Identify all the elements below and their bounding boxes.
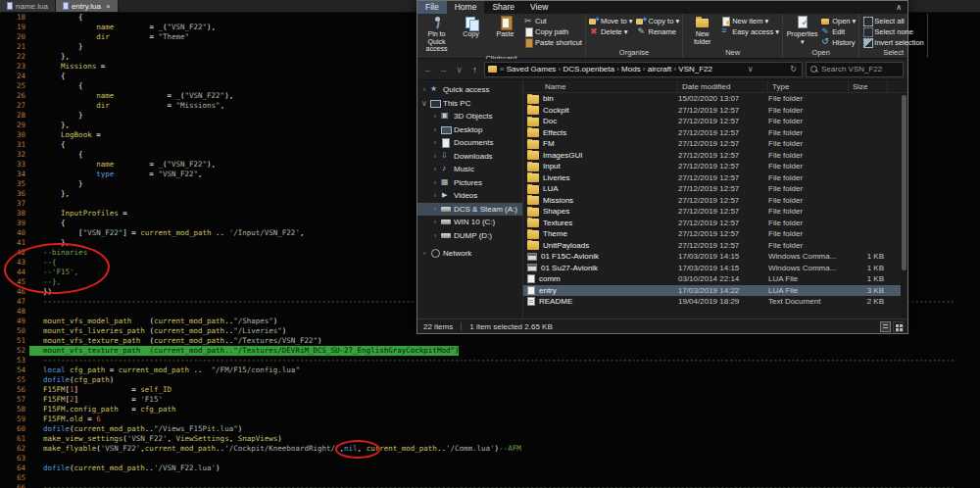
rename-button[interactable]: Rename: [636, 26, 679, 36]
code-line[interactable]: 60dofile(current_mod_path.."/Views_F15Pi…: [0, 424, 980, 434]
expand-chevron-icon[interactable]: ›: [432, 152, 438, 161]
column-header-size[interactable]: Size: [849, 80, 888, 92]
file-row-cockpit[interactable]: Cockpit27/12/2019 12:57File folder: [523, 105, 907, 117]
history-button[interactable]: History: [820, 37, 856, 47]
close-tab-icon[interactable]: ×: [106, 2, 111, 11]
code-line[interactable]: 53--------------------------------------…: [0, 356, 980, 366]
file-row-comm[interactable]: comm03/10/2014 22:14LUA File1 KB: [523, 273, 907, 285]
cut-button[interactable]: Cut: [523, 16, 582, 25]
file-row-bin[interactable]: bin15/02/2020 13:07File folder: [523, 93, 907, 105]
file-row-fm[interactable]: FM27/12/2019 12:57File folder: [523, 138, 907, 150]
search-box[interactable]: Search VSN_F22: [806, 62, 904, 77]
code-line[interactable]: 51mount_vfs_texture_path (current_mod_pa…: [0, 336, 980, 346]
ribbon-tab-file[interactable]: File: [417, 1, 447, 14]
file-row-textures[interactable]: Textures27/12/2019 12:57File folder: [523, 218, 907, 229]
expand-chevron-icon[interactable]: ›: [432, 125, 438, 134]
expand-chevron-icon[interactable]: ›: [432, 138, 438, 147]
expand-chevron-icon[interactable]: ›: [432, 191, 438, 200]
expand-chevron-icon[interactable]: ›: [432, 218, 438, 226]
breadcrumb-dcs-openbeta[interactable]: DCS.openbeta: [563, 65, 613, 73]
vertical-scrollbar[interactable]: [901, 93, 907, 318]
new-item-button[interactable]: New item ▾: [720, 16, 779, 25]
open-button[interactable]: Open ▾: [820, 16, 856, 25]
code-line[interactable]: 61make_view_settings('VSN_F22', ViewSett…: [0, 434, 980, 444]
column-header-type[interactable]: Type: [768, 80, 849, 92]
details-view-icon[interactable]: [880, 321, 891, 332]
editor-tab-name-lua[interactable]: name.lua: [0, 0, 56, 12]
sidebar-item-desktop[interactable]: ›Desktop: [417, 123, 522, 137]
sidebar-item-downloads[interactable]: ›Downloads: [417, 150, 522, 164]
sidebar-item-dcs-steam-a[interactable]: ›DCS & Steam (A:): [417, 203, 522, 217]
paste-shortcut-button[interactable]: Paste shortcut: [523, 37, 582, 47]
expand-chevron-icon[interactable]: ›: [432, 165, 438, 173]
ribbon-collapse-icon[interactable]: ∧: [896, 1, 902, 14]
code-line[interactable]: 58F15FM.config_path = cfg_path: [0, 405, 980, 415]
code-line[interactable]: 63: [0, 454, 980, 464]
file-row-01-su27-avionik[interactable]: 01 Su27-Avionik17/03/2019 14:15Windows C…: [523, 263, 907, 274]
file-row-unitpayloads[interactable]: UnitPayloads27/12/2019 12:57File folder: [523, 240, 907, 252]
forward-button[interactable]: →: [437, 65, 450, 74]
delete-button[interactable]: Delete ▾: [589, 26, 633, 36]
file-row-entry[interactable]: entry17/03/2019 14:22LUA File3 KB: [523, 285, 907, 297]
expand-chevron-icon[interactable]: ∨: [421, 99, 427, 108]
sidebar-item-pictures[interactable]: ›Pictures: [417, 176, 522, 190]
file-row-input[interactable]: Input27/12/2019 12:57File folder: [523, 161, 907, 172]
copy-path-button[interactable]: Copy path: [523, 26, 582, 36]
expand-chevron-icon[interactable]: ›: [432, 205, 438, 214]
easy-access-button[interactable]: Easy access ▾: [720, 26, 779, 36]
code-line[interactable]: 56F15FM[1] = self_ID: [0, 385, 980, 395]
expand-chevron-icon[interactable]: ›: [432, 112, 438, 121]
code-line[interactable]: 64dofile(current_mod_path..'/VSN_F22.lua…: [0, 464, 980, 473]
column-header-name[interactable]: Name: [523, 80, 678, 92]
file-row-readme[interactable]: README19/04/2019 18:29Text Document2 KB: [523, 296, 907, 308]
code-line[interactable]: 54local cfg_path = current_mod_path .. "…: [0, 366, 980, 375]
breadcrumb-mods[interactable]: Mods: [621, 65, 641, 73]
breadcrumb-aircraft[interactable]: aircraft: [648, 65, 671, 73]
thumbnail-view-icon[interactable]: [893, 321, 904, 332]
sidebar-item-win-10-c[interactable]: ›WIN 10 (C:): [417, 216, 522, 229]
sidebar-item-network[interactable]: ›Network: [417, 247, 522, 261]
file-row-01-f15c-avionik[interactable]: 01 F15C-Avionik17/03/2019 14:15Windows C…: [523, 251, 907, 263]
sidebar-item-quick-access[interactable]: ›Quick access: [417, 83, 522, 97]
ribbon-tab-share[interactable]: Share: [484, 1, 522, 14]
back-button[interactable]: ←: [421, 65, 434, 74]
ribbon-tab-home[interactable]: Home: [447, 1, 485, 14]
file-row-effects[interactable]: Effects27/12/2019 12:57File folder: [523, 127, 907, 139]
breadcrumb-saved-games[interactable]: Saved Games: [507, 65, 557, 73]
sidebar-item-3d-objects[interactable]: ›3D Objects: [417, 110, 522, 123]
file-row-doc[interactable]: Doc27/12/2019 12:57File folder: [523, 116, 907, 127]
code-line[interactable]: 55dofile(cfg_path): [0, 375, 980, 385]
expand-chevron-icon[interactable]: ›: [432, 231, 438, 240]
refresh-icon[interactable]: ↻: [788, 65, 799, 73]
code-line[interactable]: 65: [0, 473, 980, 483]
expand-chevron-icon[interactable]: ›: [421, 85, 427, 94]
file-row-imagesgui[interactable]: ImagesGUI27/12/2019 12:57File folder: [523, 150, 907, 162]
paste-button[interactable]: Paste: [489, 15, 521, 53]
sidebar-item-documents[interactable]: ›Documents: [417, 136, 522, 150]
move-to-button[interactable]: Move to ▾: [589, 16, 633, 25]
address-dropdown-icon[interactable]: ∨: [746, 65, 756, 73]
file-row-liveries[interactable]: Liveries27/12/2019 12:57File folder: [523, 172, 907, 184]
select-none-button[interactable]: Select none: [862, 26, 923, 36]
history-dropdown-icon[interactable]: ∨: [453, 65, 466, 74]
expand-chevron-icon[interactable]: ›: [421, 249, 427, 258]
code-line[interactable]: 57F15FM[2] = 'F15': [0, 395, 980, 405]
editor-tab-entry-lua[interactable]: entry.lua×: [56, 0, 119, 12]
up-button[interactable]: ↑: [468, 65, 481, 74]
file-row-missions[interactable]: Missions27/12/2019 12:57File folder: [523, 195, 907, 207]
code-line[interactable]: 66--------------------------------------…: [0, 483, 980, 488]
code-line[interactable]: 52mount_vfs_texture_path (current_mod_pa…: [0, 346, 980, 356]
file-row-lua[interactable]: LUA27/12/2019 12:57File folder: [523, 183, 907, 195]
pin-to-quick-access-button[interactable]: Pin to Quick access: [420, 15, 453, 53]
invert-selection-button[interactable]: Invert selection: [862, 37, 923, 47]
properties-button[interactable]: Properties ▾: [786, 15, 818, 45]
address-bar[interactable]: « Saved Games › DCS.openbeta › Mods › ai…: [484, 62, 803, 77]
expand-chevron-icon[interactable]: ›: [432, 178, 438, 187]
sidebar-item-this-pc[interactable]: ∨This PC: [417, 97, 522, 111]
code-line[interactable]: 62make_flyable('VSN_F22',current_mod_pat…: [0, 444, 980, 454]
copy-to-button[interactable]: Copy to ▾: [636, 16, 679, 25]
ribbon-tab-view[interactable]: View: [522, 1, 556, 14]
select-all-button[interactable]: Select all: [862, 16, 923, 25]
file-row-theme[interactable]: Theme27/12/2019 12:57File folder: [523, 228, 907, 240]
copy-button[interactable]: Copy: [455, 15, 487, 53]
